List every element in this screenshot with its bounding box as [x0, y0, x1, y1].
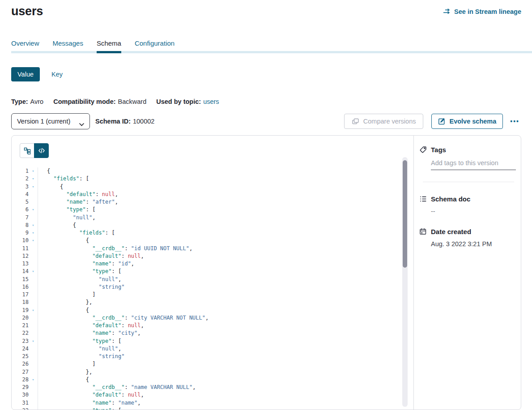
editor-scrollbar-track[interactable]: [402, 157, 408, 407]
code-text: "type": [: [38, 407, 121, 410]
fold-toggle-icon[interactable]: ▾: [29, 206, 38, 214]
tags-title: Tags: [431, 146, 446, 154]
code-line: 21"default": null,: [12, 322, 413, 329]
code-text: {: [38, 307, 89, 314]
fold-gutter: [29, 252, 38, 260]
fold-gutter: [29, 368, 38, 376]
tab-messages[interactable]: Messages: [53, 39, 83, 47]
code-line: 12"default": null,: [12, 252, 413, 260]
line-number: 12: [12, 252, 29, 260]
code-line: 1▾{: [12, 167, 413, 175]
value-toggle-button[interactable]: Value: [11, 67, 40, 81]
fold-gutter: [29, 391, 38, 399]
code-text: "fields": [: [38, 175, 89, 183]
code-line: 23▾"type": [: [12, 337, 413, 345]
version-select[interactable]: Version 1 (current): [11, 113, 90, 129]
tree-view-button[interactable]: [20, 143, 34, 158]
fold-gutter: [29, 299, 38, 306]
fold-toggle-icon[interactable]: ▾: [29, 222, 38, 229]
type-label: Type:: [11, 98, 28, 105]
line-number: 3: [12, 183, 29, 191]
fold-gutter: [29, 191, 38, 198]
schema-id-label: Schema ID:: [95, 118, 131, 125]
fold-toggle-icon[interactable]: ▾: [29, 376, 38, 384]
fold-toggle-icon[interactable]: ▾: [29, 407, 38, 410]
evolve-schema-button[interactable]: Evolve schema: [431, 114, 503, 129]
editor-scrollbar-thumb[interactable]: [403, 160, 407, 268]
tree-view-icon: [24, 147, 31, 154]
code-line: 24"null",: [12, 345, 413, 353]
fold-gutter: [29, 291, 38, 299]
fold-toggle-icon[interactable]: ▾: [29, 229, 38, 237]
schema-doc-header: Schema doc: [419, 195, 516, 203]
compare-versions-button[interactable]: Compare versions: [344, 114, 424, 129]
line-number: 8: [12, 222, 29, 229]
fold-gutter: [29, 329, 38, 337]
compatibility-label: Compatibility mode:: [53, 98, 115, 105]
code-view-icon: [38, 147, 45, 154]
code-line: 15"null",: [12, 276, 413, 283]
code-text: {: [38, 222, 76, 229]
code-line: 25"string": [12, 353, 413, 360]
line-number: 30: [12, 391, 29, 399]
code-line: 18},: [12, 299, 413, 306]
code-text: "default": null,: [38, 391, 144, 399]
fold-gutter: [29, 322, 38, 329]
code-line: 7"null",: [12, 214, 413, 222]
list-icon: [419, 195, 427, 203]
code-line: 4"default": null,: [12, 191, 413, 198]
date-created-title: Date created: [431, 228, 471, 235]
page-header: users See in Stream lineage: [11, 0, 521, 18]
line-number: 5: [12, 198, 29, 206]
code-text: "name": "after",: [38, 198, 118, 206]
calendar-plus-icon: [419, 228, 427, 235]
line-number: 14: [12, 268, 29, 275]
code-line: 6▾"type": [: [12, 206, 413, 214]
fold-toggle-icon[interactable]: ▾: [29, 307, 38, 314]
fold-gutter: [29, 399, 38, 407]
more-actions-button[interactable]: •••: [508, 118, 521, 125]
tab-schema[interactable]: Schema: [97, 39, 121, 47]
fold-toggle-icon[interactable]: ▾: [29, 268, 38, 275]
key-toggle-button[interactable]: Key: [51, 71, 63, 78]
fold-toggle-icon[interactable]: ▾: [29, 237, 38, 244]
schema-side-panel: Tags Schema doc --: [414, 136, 521, 410]
version-select-wrap: Version 1 (current): [11, 113, 90, 129]
fold-toggle-icon[interactable]: ▾: [29, 175, 38, 183]
line-number: 25: [12, 353, 29, 360]
page: users See in Stream lineage Overview Mes…: [0, 0, 532, 410]
code-line: 3▾{: [12, 183, 413, 191]
schema-id-pair: Schema ID:100002: [95, 118, 154, 125]
code-text: "null",: [38, 276, 121, 283]
line-number: 31: [12, 399, 29, 407]
code-line: 19▾{: [12, 307, 413, 314]
code-text: "name": "id",: [38, 260, 134, 268]
code-line: 27},: [12, 368, 413, 376]
line-number: 21: [12, 322, 29, 329]
code-view-button[interactable]: [34, 143, 49, 158]
fold-gutter: [29, 198, 38, 206]
fold-toggle-icon[interactable]: ▾: [29, 337, 38, 345]
fold-toggle-icon[interactable]: ▾: [29, 183, 38, 191]
fold-gutter: [29, 245, 38, 252]
code-line: 31"name": "name",: [12, 399, 413, 407]
schema-editor: 1▾{2▾"fields": [3▾{4"default": null,5"na…: [12, 136, 414, 410]
code-line: 2▾"fields": [: [12, 175, 413, 183]
code-text: ]: [38, 291, 95, 299]
tab-overview[interactable]: Overview: [11, 39, 39, 47]
compare-versions-icon: [352, 118, 359, 125]
add-tags-input[interactable]: [431, 158, 516, 170]
topic-users-link[interactable]: users: [203, 98, 219, 105]
code-line: 9▾"fields": [: [12, 229, 413, 237]
code-text: "null",: [38, 214, 95, 222]
code-line: 5"name": "after",: [12, 198, 413, 206]
line-number: 9: [12, 229, 29, 237]
line-number: 7: [12, 214, 29, 222]
see-in-stream-lineage-link[interactable]: See in Stream lineage: [443, 8, 521, 15]
schema-controls-row: Version 1 (current) Schema ID:100002 Com…: [11, 113, 521, 129]
tab-configuration[interactable]: Configuration: [135, 39, 174, 47]
line-number: 19: [12, 307, 29, 314]
code-line: 22"name": "city",: [12, 329, 413, 337]
fold-toggle-icon[interactable]: ▾: [29, 167, 38, 175]
code-lines: 1▾{2▾"fields": [3▾{4"default": null,5"na…: [12, 167, 413, 410]
